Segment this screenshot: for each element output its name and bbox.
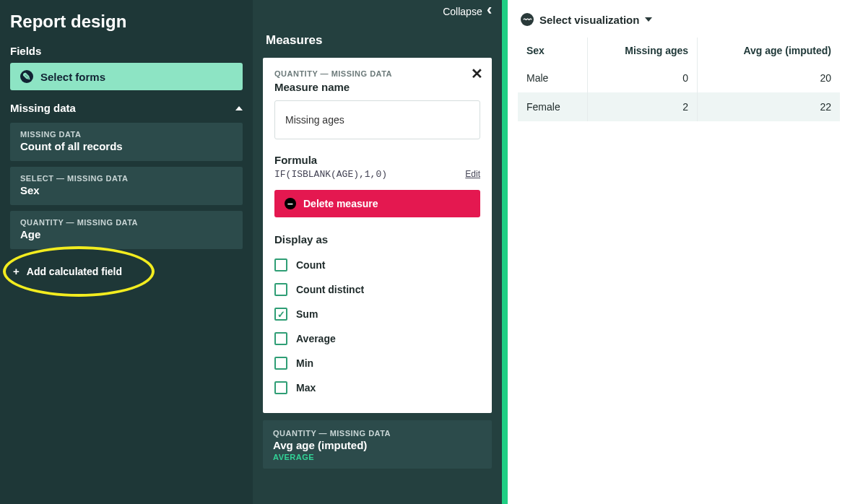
delete-measure-label: Delete measure xyxy=(303,198,378,209)
checkbox-icon xyxy=(274,332,287,345)
col-avg-age[interactable]: Avg age (imputed) xyxy=(698,38,840,64)
field-title: Age xyxy=(20,228,233,240)
chart-icon: 〰 xyxy=(521,13,534,26)
field-title: Count of all records xyxy=(20,140,233,152)
caret-down-icon xyxy=(645,17,652,22)
panel-accent-strip xyxy=(502,0,508,504)
select-forms-icon: ✎ xyxy=(20,70,33,83)
checkbox-icon xyxy=(274,283,287,296)
field-card-age[interactable]: QUANTITY — MISSING DATA Age xyxy=(10,211,243,249)
measure-aggregation: AVERAGE xyxy=(273,453,482,461)
select-visualization-dropdown[interactable]: 〰 Select visualization xyxy=(521,13,652,26)
sidebar-title: Report design xyxy=(0,4,253,45)
table-row: Male 0 20 xyxy=(518,64,840,92)
display-option-sum[interactable]: Sum xyxy=(274,302,480,326)
measure-editor-card: ✕ QUANTITY — MISSING DATA Measure name F… xyxy=(263,58,492,413)
measure-title: Avg age (imputed) xyxy=(273,439,482,451)
add-calculated-field-label: Add calculated field xyxy=(27,266,122,277)
formula-label: Formula xyxy=(274,154,480,166)
display-option-label: Count xyxy=(296,259,325,271)
display-option-count[interactable]: Count xyxy=(274,253,480,277)
display-option-max[interactable]: Max xyxy=(274,375,480,400)
delete-measure-button[interactable]: – Delete measure xyxy=(274,190,480,217)
visualization-preview: 〰 Select visualization Sex Missing ages … xyxy=(508,0,850,504)
display-option-label: Average xyxy=(296,333,336,344)
col-sex[interactable]: Sex xyxy=(518,38,587,64)
field-overline: SELECT — MISSING DATA xyxy=(20,174,233,183)
select-forms-label: Select forms xyxy=(40,71,105,83)
select-visualization-label: Select visualization xyxy=(539,14,639,26)
cell-sex: Male xyxy=(518,64,587,92)
select-forms-button[interactable]: ✎ Select forms xyxy=(10,63,243,90)
checkbox-icon xyxy=(274,357,287,370)
measure-overline: QUANTITY — MISSING DATA xyxy=(273,429,482,438)
preview-table: Sex Missing ages Avg age (imputed) Male … xyxy=(518,38,840,121)
measure-name-input[interactable] xyxy=(274,100,480,139)
measure-name-label: Measure name xyxy=(274,81,480,93)
display-as-label: Display as xyxy=(274,233,480,246)
cell-missing-ages: 0 xyxy=(587,64,698,92)
field-card-sex[interactable]: SELECT — MISSING DATA Sex xyxy=(10,167,243,205)
close-editor-button[interactable]: ✕ xyxy=(471,65,483,82)
fields-section-label: Fields xyxy=(0,45,253,63)
measures-title: Measures xyxy=(253,17,502,58)
formula-code: IF(ISBLANK(AGE),1,0) xyxy=(274,169,387,180)
display-option-label: Min xyxy=(296,357,313,369)
display-options-list: Count Count distinct Sum Average Min Max xyxy=(274,253,480,400)
display-option-average[interactable]: Average xyxy=(274,326,480,351)
field-overline: MISSING DATA xyxy=(20,130,233,139)
checkbox-icon xyxy=(274,258,287,271)
field-card-count[interactable]: MISSING DATA Count of all records xyxy=(10,123,243,161)
collapse-panel-button[interactable]: Collapse › xyxy=(253,0,502,17)
measure-card-avg-age[interactable]: QUANTITY — MISSING DATA Avg age (imputed… xyxy=(263,420,492,469)
collapse-label: Collapse xyxy=(443,6,482,17)
checkbox-checked-icon xyxy=(274,308,287,321)
col-missing-ages[interactable]: Missing ages xyxy=(587,38,698,64)
cell-avg-age: 20 xyxy=(698,64,840,92)
cell-avg-age: 22 xyxy=(698,92,840,121)
table-header-row: Sex Missing ages Avg age (imputed) xyxy=(518,38,840,64)
field-group-header[interactable]: Missing data xyxy=(0,97,253,118)
formula-edit-link[interactable]: Edit xyxy=(465,169,480,179)
measure-editor-overline: QUANTITY — MISSING DATA xyxy=(274,69,480,78)
plus-icon: + xyxy=(13,265,19,277)
field-title: Sex xyxy=(20,184,233,196)
minus-icon: – xyxy=(285,198,296,209)
field-group-name: Missing data xyxy=(10,102,76,114)
display-option-label: Sum xyxy=(296,308,318,320)
field-overline: QUANTITY — MISSING DATA xyxy=(20,218,233,227)
table-row: Female 2 22 xyxy=(518,92,840,121)
chevron-left-icon: › xyxy=(487,6,492,17)
cell-sex: Female xyxy=(518,92,587,121)
report-design-sidebar: Report design Fields ✎ Select forms Miss… xyxy=(0,0,253,504)
add-calculated-field-button[interactable]: + Add calculated field xyxy=(10,259,243,283)
display-option-label: Max xyxy=(296,382,316,394)
display-option-min[interactable]: Min xyxy=(274,351,480,375)
checkbox-icon xyxy=(274,381,287,394)
cell-missing-ages: 2 xyxy=(587,92,698,121)
caret-up-icon xyxy=(235,106,243,110)
display-option-count-distinct[interactable]: Count distinct xyxy=(274,277,480,302)
display-option-label: Count distinct xyxy=(296,284,364,295)
measures-panel: Collapse › Measures ✕ QUANTITY — MISSING… xyxy=(253,0,502,504)
